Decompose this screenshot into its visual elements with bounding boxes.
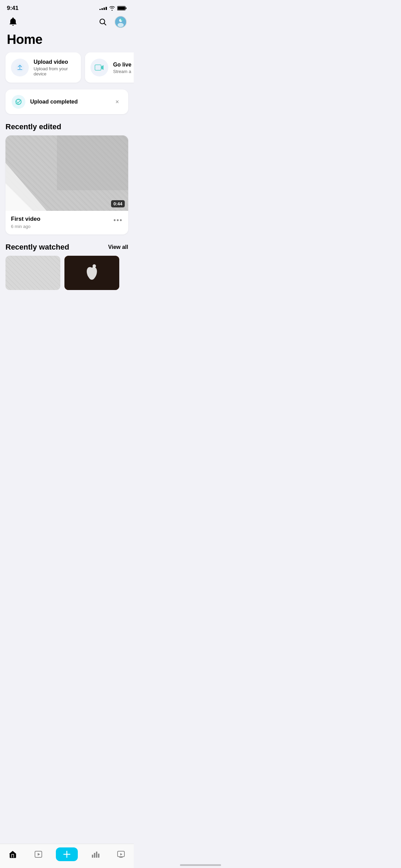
battery-icon: [117, 6, 127, 11]
notification-button[interactable]: [7, 16, 19, 28]
go-live-card[interactable]: Go live Stream a: [85, 52, 134, 83]
go-live-subtitle: Stream a: [113, 69, 131, 74]
upload-complete-icon: [12, 95, 25, 109]
svg-rect-19: [5, 256, 60, 290]
upload-completed-banner: Upload completed ×: [5, 89, 128, 114]
recently-watched-row: [0, 256, 134, 321]
header-left: [7, 16, 19, 28]
app-header: [0, 14, 134, 31]
page-title: Home: [7, 32, 127, 47]
camera-icon-bg: [90, 59, 108, 76]
upload-icon-bg: [11, 59, 29, 76]
go-live-title: Go live: [113, 61, 131, 68]
video-thumbnail: 0:44: [5, 135, 128, 211]
svg-point-7: [121, 18, 123, 21]
svg-point-22: [93, 264, 96, 268]
status-bar: 9:41: [0, 0, 134, 14]
video-title: First video: [11, 216, 40, 222]
watched-card-1[interactable]: [5, 256, 60, 290]
video-duration: 0:44: [111, 200, 125, 207]
avatar[interactable]: [114, 16, 127, 28]
svg-point-6: [118, 23, 124, 27]
upload-banner-text: Upload completed: [30, 99, 78, 105]
video-info: First video 6 min ago •••: [5, 211, 128, 234]
recently-edited-title: Recently edited: [5, 122, 61, 131]
action-cards-row: Upload video Upload from your device Go …: [0, 52, 134, 89]
recently-watched-title: Recently watched: [5, 243, 69, 252]
header-right: [97, 16, 127, 28]
status-time: 9:41: [7, 5, 19, 12]
upload-video-subtitle: Upload from your device: [34, 66, 75, 76]
svg-rect-2: [126, 8, 127, 9]
upload-video-title: Upload video: [34, 59, 75, 65]
recently-edited-header: Recently edited: [0, 122, 134, 135]
signal-bars-icon: [99, 7, 107, 10]
video-card-first[interactable]: 0:44 First video 6 min ago •••: [5, 135, 128, 234]
page-title-section: Home: [0, 31, 134, 52]
svg-rect-9: [95, 65, 101, 70]
upload-video-card[interactable]: Upload video Upload from your device: [5, 52, 81, 83]
recently-watched-header: Recently watched View all: [0, 243, 134, 256]
view-all-button[interactable]: View all: [108, 244, 128, 250]
search-button[interactable]: [97, 16, 109, 28]
video-more-button[interactable]: •••: [113, 216, 123, 224]
status-icons: [99, 6, 127, 11]
wifi-icon: [109, 6, 115, 11]
svg-rect-16: [57, 135, 128, 190]
dismiss-banner-button[interactable]: ×: [112, 97, 122, 107]
video-meta: 6 min ago: [11, 224, 40, 229]
svg-rect-1: [118, 7, 125, 10]
watched-card-2[interactable]: [64, 256, 119, 290]
